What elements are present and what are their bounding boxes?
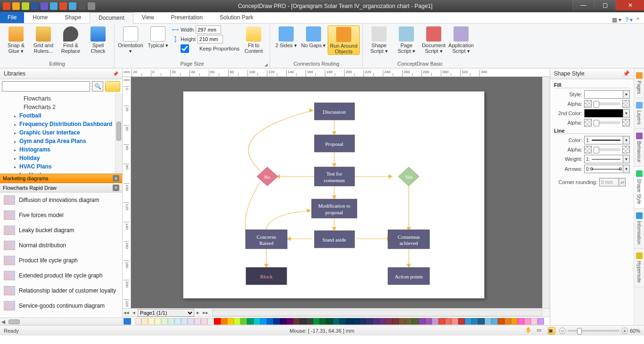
color-swatch[interactable] — [201, 318, 207, 325]
second-alpha-slider[interactable] — [594, 121, 620, 124]
color-swatch[interactable] — [141, 318, 148, 325]
qat-icon[interactable] — [59, 2, 67, 10]
qat-icon[interactable] — [3, 2, 10, 10]
selection-tool-icon[interactable]: ▭ — [537, 327, 544, 335]
color-swatch[interactable] — [445, 318, 452, 325]
color-swatch[interactable] — [511, 318, 518, 325]
tab-document[interactable]: Document — [90, 12, 133, 24]
qat-icon[interactable] — [78, 2, 86, 10]
document-script-button[interactable]: Document Script ▾ — [421, 25, 447, 54]
shape-item[interactable]: Relationship ladder of customer loyalty — [0, 283, 122, 298]
shape-item[interactable]: Diffusion of innovations diagram — [0, 193, 122, 208]
section-marketing[interactable]: Marketing diagrams× — [0, 174, 122, 183]
drawing-canvas[interactable]: No Yes Discussion Proposal Test forconse… — [131, 77, 550, 308]
color-swatch[interactable] — [353, 318, 359, 325]
color-swatch[interactable] — [214, 318, 221, 325]
fill-style-dropdown[interactable]: ▼ — [584, 90, 630, 99]
color-swatch[interactable] — [247, 318, 254, 325]
close-section-icon[interactable]: × — [113, 185, 119, 191]
shape-item[interactable]: Five forces model — [0, 208, 122, 223]
collapse-ribbon-icon[interactable]: ^ — [636, 17, 639, 23]
tree-item[interactable]: Holiday — [1, 154, 120, 162]
color-swatch[interactable] — [432, 318, 438, 325]
side-tab-hypernote[interactable]: Hypernote — [634, 249, 644, 287]
color-swatch[interactable] — [221, 318, 227, 325]
weight-dropdown[interactable]: 1:▼ — [584, 155, 630, 163]
no-gaps-button[interactable]: No Gaps ▾ — [300, 25, 327, 49]
color-swatch[interactable] — [326, 318, 333, 325]
side-tab-layers[interactable]: Layers — [634, 98, 644, 129]
qat-icon[interactable] — [69, 2, 76, 10]
help-dropdown-icon[interactable]: ▦ ▾ — [612, 17, 621, 23]
qat-icon[interactable] — [50, 2, 58, 10]
zoom-slider[interactable] — [568, 330, 619, 332]
color-swatch[interactable] — [524, 318, 531, 325]
file-tab[interactable]: File — [0, 12, 24, 23]
hand-tool-icon[interactable]: ✋ — [525, 327, 533, 335]
shape-item[interactable]: Normal distribution — [0, 238, 122, 253]
color-swatch[interactable] — [518, 318, 524, 325]
zoom-out-icon[interactable]: − — [559, 327, 566, 334]
qat-icon[interactable] — [12, 2, 20, 10]
zoom-fit-icon[interactable]: ▣ — [548, 327, 555, 335]
find-replace-button[interactable]: Find & Replace — [58, 25, 84, 54]
shape-item[interactable]: Extended product life cycle graph — [0, 268, 122, 283]
color-swatch[interactable] — [359, 318, 366, 325]
zoom-control[interactable]: − + 60% — [559, 327, 640, 334]
tab-view[interactable]: View — [133, 12, 163, 23]
tab-solution-park[interactable]: Solution Park — [211, 12, 262, 23]
second-color-dropdown[interactable]: ▼ — [584, 109, 630, 117]
color-swatch[interactable] — [425, 318, 432, 325]
tree-item[interactable]: Histograms — [1, 145, 120, 154]
color-swatch[interactable] — [531, 318, 537, 325]
page-prev-icon[interactable]: ◂ — [130, 310, 138, 316]
color-swatch[interactable] — [498, 318, 504, 325]
tab-presentation[interactable]: Presentation — [163, 12, 211, 23]
application-script-button[interactable]: Application Script ▾ — [448, 25, 474, 54]
typical-button[interactable]: Typical ▾ — [145, 25, 171, 49]
shape-item[interactable]: Product life cycle graph — [0, 253, 122, 268]
color-swatch[interactable] — [438, 318, 445, 325]
color-swatch[interactable] — [293, 318, 300, 325]
color-swatch[interactable] — [491, 318, 498, 325]
side-tab-shape-style[interactable]: Shape Style — [634, 167, 644, 209]
dialog-launcher-icon[interactable]: ◢ — [264, 62, 268, 67]
snap-glue-button[interactable]: Snap & Glue ▾ — [3, 25, 29, 54]
page[interactable]: No Yes Discussion Proposal Test forconse… — [183, 91, 485, 299]
pin-icon[interactable]: 📌 — [113, 71, 118, 76]
tree-item[interactable]: Flowcharts 2 — [1, 103, 120, 111]
side-tab-pages[interactable]: Pages — [634, 68, 644, 98]
fit-content-button[interactable]: Fit to Content — [240, 25, 267, 54]
color-swatch[interactable] — [339, 318, 346, 325]
fill-alpha-slider[interactable] — [594, 102, 620, 105]
pin-icon[interactable]: 📌 — [623, 70, 630, 77]
color-swatch[interactable] — [155, 318, 161, 325]
qat-icon[interactable] — [31, 2, 39, 10]
side-tab-information[interactable]: Information — [634, 209, 644, 249]
color-swatch[interactable] — [465, 318, 471, 325]
color-swatch[interactable] — [207, 318, 214, 325]
spell-check-button[interactable]: Spell Check — [85, 25, 111, 54]
color-swatch[interactable] — [504, 318, 511, 325]
orientation-button[interactable]: Orientation ▾ — [117, 25, 144, 54]
color-swatch[interactable] — [320, 318, 326, 325]
qat-icon[interactable] — [88, 2, 95, 10]
color-swatch[interactable] — [287, 318, 293, 325]
page-script-button[interactable]: Page Script ▾ — [393, 25, 420, 54]
height-input[interactable] — [198, 35, 223, 43]
page-select[interactable]: Page1 (1/1) — [138, 309, 194, 317]
tree-item[interactable]: Ice Hockey — [1, 171, 120, 174]
shape-item[interactable]: Service-goods continuum diagram — [0, 298, 122, 313]
two-sides-button[interactable]: 2 Sides ▾ — [273, 25, 299, 49]
page-first-icon[interactable]: ◂◂ — [123, 310, 130, 316]
corner-rounding-input[interactable]: 0 mm▴▾ — [599, 178, 626, 186]
color-swatch[interactable] — [267, 318, 273, 325]
color-swatch[interactable] — [366, 318, 372, 325]
view-toggle-button[interactable] — [105, 81, 120, 92]
color-swatch[interactable] — [458, 318, 465, 325]
close-button[interactable]: ✕ — [616, 0, 644, 10]
color-swatch[interactable] — [135, 318, 141, 325]
color-swatch[interactable] — [240, 318, 247, 325]
left-h-scrollbar[interactable]: ◂ — [0, 318, 122, 325]
qat-icon[interactable] — [41, 2, 48, 10]
